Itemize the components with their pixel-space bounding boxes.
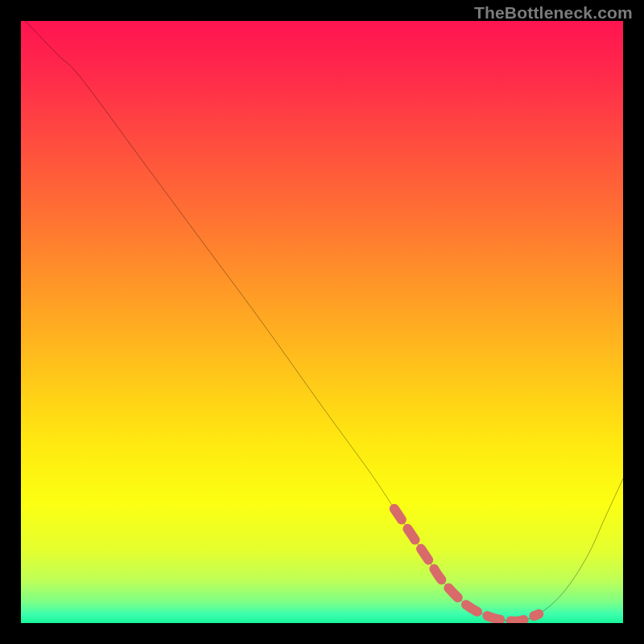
chart-stage: TheBottleneck.com bbox=[0, 0, 644, 644]
plot-area bbox=[21, 21, 623, 623]
bottom-highlight bbox=[394, 509, 539, 621]
watermark-text: TheBottleneck.com bbox=[474, 3, 633, 23]
curve-layer bbox=[21, 21, 623, 623]
main-curve bbox=[25, 21, 623, 621]
